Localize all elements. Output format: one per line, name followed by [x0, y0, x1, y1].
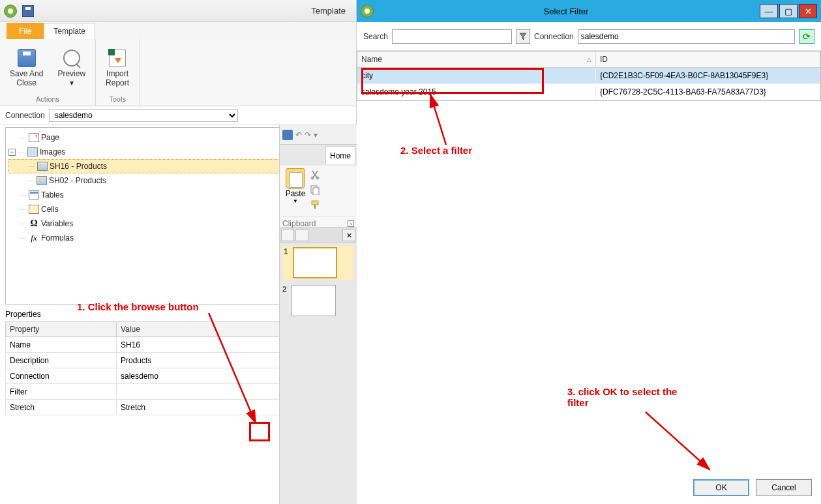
magnifier-icon	[63, 50, 80, 67]
select-filter-dialog: Select Filter — ▢ ✕ Search Connection ⟳ …	[357, 0, 821, 504]
preview-panel: ↶ ↷ ▾ Home Paste ▼ Clipboard ↘ ✕ 1 2	[279, 125, 357, 504]
connection-label: Connection	[5, 111, 45, 120]
image-icon	[37, 176, 47, 185]
minimize-button[interactable]: —	[760, 4, 778, 18]
save-close-label: Save And Close	[10, 70, 43, 88]
app-logo-icon	[4, 5, 17, 18]
clipboard-label: Clipboard	[282, 219, 316, 228]
sort-asc-icon: △	[587, 56, 591, 63]
dialog-title: Select Filter	[374, 7, 758, 16]
grid-col-name[interactable]: Name△	[357, 52, 596, 67]
left-titlebar: Template	[0, 0, 356, 22]
grid-row-salesdemo-2015[interactable]: salesdemo year 2015 {DFC76728-2C5C-4113-…	[357, 84, 820, 100]
slide-thumb-2[interactable]: 2	[282, 285, 354, 316]
search-label: Search	[363, 32, 388, 41]
preview-qat: ↶ ↷ ▾	[280, 125, 357, 145]
clipboard-icon	[286, 168, 305, 189]
qat-undo-icon[interactable]: ↶	[295, 130, 302, 140]
svg-rect-3	[313, 188, 319, 195]
format-painter-icon[interactable]	[310, 200, 320, 210]
ribbon-tabs: File Template	[0, 22, 356, 39]
view-normal-icon[interactable]	[281, 230, 294, 241]
svg-rect-4	[312, 201, 318, 205]
ribbon-body: Save And Close Preview▾ Actions Import R…	[0, 39, 356, 106]
dlg-connection-label: Connection	[534, 32, 574, 41]
tab-home[interactable]: Home	[325, 146, 355, 164]
svg-rect-5	[314, 205, 316, 209]
dialog-titlebar[interactable]: Select Filter — ▢ ✕	[357, 0, 821, 22]
ok-button[interactable]: OK	[693, 479, 749, 496]
qat-redo-icon[interactable]: ↷	[305, 130, 311, 140]
dialog-search-row: Search Connection ⟳	[357, 22, 821, 51]
pane-close-icon[interactable]: ✕	[342, 230, 355, 241]
preview-label: Preview▾	[57, 70, 85, 88]
dialog-footer: OK Cancel	[693, 479, 812, 496]
filter-icon-button[interactable]	[516, 29, 530, 44]
group-launcher-icon[interactable]: ↘	[348, 220, 354, 227]
app-logo-icon	[361, 5, 374, 18]
cells-icon	[29, 205, 39, 214]
cancel-button[interactable]: Cancel	[756, 479, 812, 496]
image-icon	[37, 162, 48, 171]
properties-title: Properties	[5, 310, 41, 319]
qat-save-icon[interactable]	[22, 5, 34, 17]
filter-grid: Name△ ID city {CD2E1B3C-5F09-4EA3-B0CF-8…	[357, 51, 821, 101]
qat-more-icon[interactable]: ▾	[314, 130, 318, 140]
copy-icon[interactable]	[310, 185, 320, 195]
clipboard-group: Paste ▼ Clipboard ↘	[280, 166, 357, 228]
qat-save-icon[interactable]	[282, 130, 293, 140]
ribbon-group-actions-label: Actions	[5, 94, 90, 103]
import-icon	[109, 50, 126, 67]
search-input[interactable]	[392, 29, 512, 44]
omega-icon: Ω	[29, 219, 39, 228]
fx-icon: fx	[29, 233, 39, 243]
close-button[interactable]: ✕	[799, 4, 817, 18]
page-icon	[29, 133, 39, 142]
left-window-title: Template	[34, 6, 352, 16]
connection-select[interactable]: salesdemo	[49, 109, 238, 122]
paste-button[interactable]: Paste ▼	[282, 168, 308, 204]
ribbon-group-tools-label: Tools	[101, 94, 134, 103]
import-label: Import Report	[106, 70, 129, 88]
col-property[interactable]: Property	[6, 322, 117, 337]
images-folder-icon	[27, 147, 38, 156]
preview-button[interactable]: Preview▾	[53, 42, 90, 94]
maximize-button[interactable]: ▢	[779, 4, 798, 18]
slide-view-bar: ✕	[280, 228, 357, 243]
view-outline-icon[interactable]	[295, 230, 308, 241]
save-icon	[18, 49, 36, 67]
refresh-button[interactable]: ⟳	[799, 29, 814, 44]
paste-label: Paste	[286, 189, 306, 198]
tab-template[interactable]: Template	[44, 23, 95, 39]
grid-col-id[interactable]: ID	[596, 52, 820, 67]
import-report-button[interactable]: Import Report	[101, 42, 134, 94]
slide-preview	[291, 285, 336, 316]
cut-icon[interactable]	[310, 170, 320, 180]
tab-file[interactable]: File	[7, 23, 44, 39]
connection-bar: Connection salesdemo	[0, 106, 356, 125]
slide-thumb-1[interactable]: 1	[282, 246, 354, 280]
table-icon	[29, 190, 39, 200]
collapse-icon[interactable]: −	[8, 149, 16, 156]
slide-preview	[293, 247, 337, 278]
grid-row-city[interactable]: city {CD2E1B3C-5F09-4EA3-B0CF-8AB13045F9…	[357, 68, 820, 84]
dlg-connection-input[interactable]	[578, 29, 795, 44]
save-and-close-button[interactable]: Save And Close	[5, 42, 48, 94]
